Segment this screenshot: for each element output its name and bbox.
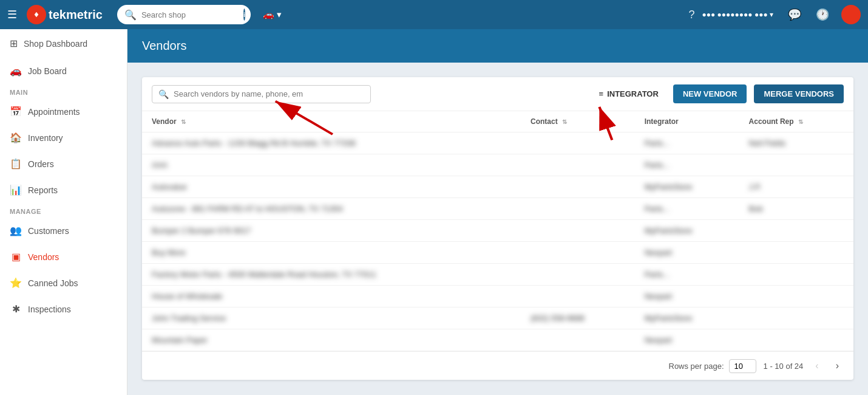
sidebar-item-vendors[interactable]: ▣ Vendors xyxy=(0,244,127,270)
messages-icon[interactable]: 💬 xyxy=(788,8,801,21)
sidebar-item-appointments[interactable]: 📅 Appointments xyxy=(0,98,127,125)
account-rep-cell xyxy=(739,242,853,264)
vendor-name-cell: Advance Auto Parts - 1150 Blagg Rd B Hum… xyxy=(142,132,521,154)
sidebar: ⊞ Shop Dashboard 🚗 Job Board MAIN 📅 Appo… xyxy=(0,29,127,395)
vendor-search-bar[interactable]: 🔍 xyxy=(152,85,371,103)
sidebar-item-label: Inventory xyxy=(28,133,63,143)
vendor-name-cell: Bumper 2 Bumper 678 9017 xyxy=(142,220,521,242)
contact-cell: (832) 558-9688 xyxy=(521,307,635,329)
car-selector[interactable]: 🚗 ▾ xyxy=(263,9,282,20)
account-rep-cell xyxy=(739,286,853,307)
integrator-cell: Parts... xyxy=(635,132,739,154)
content-area: 🔍 ≡ INTEGRATOR NEW VENDOR MERGE VENDORS xyxy=(127,63,868,395)
sidebar-item-inspections[interactable]: ✱ Inspections xyxy=(0,296,127,322)
col-vendor-header[interactable]: Vendor ⇅ xyxy=(142,111,521,132)
search-icon: 🔍 xyxy=(124,9,137,21)
sidebar-item-canned-jobs[interactable]: ⭐ Canned Jobs xyxy=(0,270,127,296)
contact-cell xyxy=(521,264,635,286)
table-row[interactable]: Bumper 2 Bumper 678 9017MyPartsStore xyxy=(142,220,853,242)
vendor-search-input[interactable] xyxy=(174,89,364,98)
prev-page-button[interactable]: ‹ xyxy=(810,358,823,374)
help-icon[interactable]: ? xyxy=(689,9,695,21)
car-icon: 🚗 xyxy=(263,9,274,20)
account-rep-cell xyxy=(739,264,853,286)
avatar[interactable] xyxy=(841,5,861,24)
vendor-name-cell: John Trading Service xyxy=(142,307,521,329)
sidebar-item-label: Customers xyxy=(28,226,69,236)
sidebar-item-label: Vendors xyxy=(28,252,59,262)
col-integrator-header[interactable]: Integrator xyxy=(635,111,739,132)
vendors-toolbar: 🔍 ≡ INTEGRATOR NEW VENDOR MERGE VENDORS xyxy=(142,77,853,111)
contact-cell xyxy=(521,198,635,220)
sidebar-item-shop-dashboard[interactable]: ⊞ Shop Dashboard xyxy=(0,29,127,58)
sidebar-item-label: Shop Dashboard xyxy=(24,39,87,49)
integrator-button[interactable]: ≡ INTEGRATOR xyxy=(592,84,666,103)
global-search-bar[interactable]: 🔍 i xyxy=(117,5,251,24)
account-rep-cell xyxy=(739,154,853,176)
reports-icon: 📊 xyxy=(10,184,22,196)
account-rep-sort-icon: ⇅ xyxy=(798,118,803,125)
clock-icon[interactable]: 🕐 xyxy=(816,8,829,21)
new-vendor-button[interactable]: NEW VENDOR xyxy=(673,84,747,103)
filter-icon: ≡ xyxy=(599,89,604,98)
vendor-name-cell: AAA xyxy=(142,154,521,176)
sidebar-item-inventory[interactable]: 🏠 Inventory xyxy=(0,125,127,151)
table-row[interactable]: Factory Motor Parts - 4500 Walterdale Ro… xyxy=(142,264,853,286)
search-info-icon[interactable]: i xyxy=(243,9,245,21)
vendors-table: Vendor ⇅ Contact ⇅ Integrator xyxy=(142,111,853,351)
sidebar-item-job-board[interactable]: 🚗 Job Board xyxy=(0,58,127,84)
sidebar-item-label: Canned Jobs xyxy=(28,278,78,288)
integrator-label: INTEGRATOR xyxy=(607,89,659,98)
sidebar-section-main: MAIN xyxy=(0,84,127,98)
table-row[interactable]: House of WholesaleNexpart xyxy=(142,286,853,307)
vendor-name-cell: Buy More xyxy=(142,242,521,264)
table-row[interactable]: Mountain PaperNexpart xyxy=(142,329,853,351)
table-row[interactable]: Advance Auto Parts - 1150 Blagg Rd B Hum… xyxy=(142,132,853,154)
sidebar-item-label: Inspections xyxy=(28,304,71,314)
sidebar-item-label: Job Board xyxy=(28,66,67,76)
contact-cell xyxy=(521,242,635,264)
pagination: Rows per page: 10 25 50 1 - 10 of 24 ‹ › xyxy=(142,351,853,380)
rows-per-page-select[interactable]: 10 25 50 xyxy=(729,359,756,373)
contact-cell xyxy=(521,154,635,176)
shop-dashboard-icon: ⊞ xyxy=(10,38,18,49)
table-row[interactable]: John Trading Service(832) 558-9688MyPart… xyxy=(142,307,853,329)
table-row[interactable]: Buy MoreNexpart xyxy=(142,242,853,264)
hamburger-menu-icon[interactable]: ☰ xyxy=(7,8,17,21)
sidebar-section-manage: MANAGE xyxy=(0,203,127,218)
col-account-rep-header[interactable]: Account Rep ⇅ xyxy=(739,111,853,132)
main-content: Vendors 🔍 ≡ INTEGRATOR xyxy=(127,29,868,395)
user-name[interactable]: ●●● ●●●●●●●● ●●● ▾ xyxy=(702,10,773,19)
vendor-name-cell: Autozone - 881 FARM RD AT to HOUSTON, TX… xyxy=(142,198,521,220)
sidebar-item-label: Reports xyxy=(28,185,58,195)
job-board-icon: 🚗 xyxy=(10,65,22,77)
next-page-button[interactable]: › xyxy=(831,358,844,374)
logo: tekmetric xyxy=(27,5,103,24)
page-info: 1 - 10 of 24 xyxy=(764,362,804,371)
sidebar-item-reports[interactable]: 📊 Reports xyxy=(0,177,127,203)
rows-per-page-label: Rows per page: xyxy=(669,362,724,371)
integrator-cell: Nexpart xyxy=(635,329,739,351)
vendor-search-icon: 🔍 xyxy=(158,89,169,99)
appointments-icon: 📅 xyxy=(10,106,22,117)
contact-cell xyxy=(521,329,635,351)
page-title: Vendors xyxy=(142,39,186,52)
sidebar-item-customers[interactable]: 👥 Customers xyxy=(0,218,127,244)
table-row[interactable]: AAAParts... xyxy=(142,154,853,176)
page-header: Vendors xyxy=(127,29,868,63)
contact-cell xyxy=(521,176,635,198)
search-input[interactable] xyxy=(141,10,239,19)
table-row[interactable]: Autozone - 881 FARM RD AT to HOUSTON, TX… xyxy=(142,198,853,220)
account-rep-cell xyxy=(739,220,853,242)
vendor-name-cell: House of Wholesale xyxy=(142,286,521,307)
account-rep-cell: Bob xyxy=(739,198,853,220)
integrator-cell: Nexpart xyxy=(635,242,739,264)
integrator-cell: Parts... xyxy=(635,154,739,176)
col-contact-header[interactable]: Contact ⇅ xyxy=(521,111,635,132)
sidebar-item-orders[interactable]: 📋 Orders xyxy=(0,151,127,177)
table-row[interactable]: AutovalueMyPartsStoreJ.P. xyxy=(142,176,853,198)
vendor-name-cell: Autovalue xyxy=(142,176,521,198)
merge-vendors-button[interactable]: MERGE VENDORS xyxy=(754,84,844,103)
customers-icon: 👥 xyxy=(10,225,22,236)
canned-jobs-icon: ⭐ xyxy=(10,277,22,289)
